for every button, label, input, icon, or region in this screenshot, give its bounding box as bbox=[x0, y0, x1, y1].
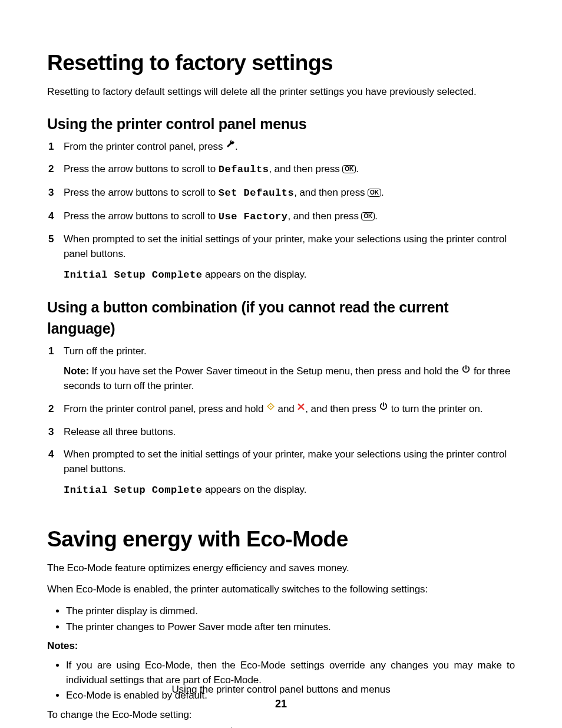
list-item: The printer display is dimmed. bbox=[66, 604, 515, 619]
menu-term: Set Defaults bbox=[219, 187, 294, 199]
step-number: 3 bbox=[48, 186, 54, 200]
ok-button-icon: OK bbox=[361, 212, 375, 220]
menu-term: Defaults bbox=[219, 164, 269, 175]
steps-button-combo: 1 Turn off the printer. Note: If you hav… bbox=[47, 344, 515, 498]
step-text: When prompted to set the initial setting… bbox=[64, 233, 507, 259]
eco-bullets: The printer display is dimmed. The print… bbox=[47, 604, 515, 634]
step-text: Press the arrow buttons to scroll to bbox=[64, 163, 219, 174]
step-number: 4 bbox=[48, 447, 54, 462]
display-message: Initial Setup Complete bbox=[64, 269, 202, 281]
step-number: 5 bbox=[48, 232, 54, 247]
footer-text: Using the printer control panel buttons … bbox=[0, 683, 562, 697]
step-number: 1 bbox=[48, 140, 54, 154]
step-number: 1 bbox=[48, 344, 54, 359]
step-text-tail: . bbox=[381, 187, 384, 198]
wrench-icon bbox=[226, 139, 235, 153]
eco-intro-2: When Eco-Mode is enabled, the printer au… bbox=[47, 582, 515, 597]
heading-resetting: Resetting to factory settings bbox=[47, 47, 515, 79]
intro-resetting: Resetting to factory default settings wi… bbox=[47, 85, 515, 100]
note-label: Note: bbox=[64, 365, 89, 377]
power-icon bbox=[461, 364, 471, 378]
step-text: Release all three buttons. bbox=[64, 426, 176, 437]
step-number: 2 bbox=[48, 402, 54, 417]
step-text-mid: , and then press bbox=[287, 210, 361, 222]
step-text-tail: . bbox=[375, 210, 378, 222]
step-text-mid: , and then press bbox=[269, 163, 342, 174]
notes-label: Notes: bbox=[47, 640, 78, 651]
display-message: Initial Setup Complete bbox=[64, 485, 202, 496]
step-text: Press the arrow buttons to scroll to bbox=[64, 210, 219, 222]
step-text-a: From the printer control panel, press an… bbox=[64, 403, 266, 414]
page-number: 21 bbox=[0, 696, 562, 711]
step-text: Turn off the printer. bbox=[64, 345, 147, 357]
steps-panel-menus: 1 From the printer control panel, press … bbox=[47, 140, 515, 283]
list-item: The printer changes to Power Saver mode … bbox=[66, 620, 515, 635]
step-text-tail: . bbox=[235, 141, 238, 152]
svg-point-1 bbox=[270, 406, 271, 407]
step-text-tail: appears on the display. bbox=[202, 484, 306, 495]
heading-eco-mode: Saving energy with Eco-Mode bbox=[47, 523, 515, 555]
subheading-button-combo: Using a button combination (if you canno… bbox=[47, 297, 515, 340]
step-number: 2 bbox=[48, 162, 54, 177]
cancel-x-icon bbox=[297, 401, 305, 416]
menu-term: Use Factory bbox=[219, 211, 288, 222]
ok-button-icon: OK bbox=[368, 189, 381, 197]
step-text-tail: . bbox=[356, 163, 359, 174]
diamond-icon bbox=[266, 401, 275, 416]
step-number: 3 bbox=[48, 425, 54, 440]
note-text-a: If you have set the Power Saver timeout … bbox=[89, 365, 461, 377]
step-text-b: and bbox=[275, 403, 297, 414]
step-text: Press the arrow buttons to scroll to bbox=[64, 187, 219, 198]
step-text-mid: , and then press bbox=[294, 187, 368, 198]
subheading-panel-menus: Using the printer control panel menus bbox=[47, 113, 515, 134]
eco-intro-1: The Eco-Mode feature optimizes energy ef… bbox=[47, 561, 515, 576]
step-text-d: to turn the printer on. bbox=[388, 403, 482, 414]
step-text-tail: appears on the display. bbox=[202, 269, 306, 280]
ok-button-icon: OK bbox=[342, 165, 356, 173]
power-icon bbox=[379, 401, 388, 416]
step-text-c: , and then press bbox=[305, 403, 379, 414]
step-text: From the printer control panel, press bbox=[64, 141, 226, 152]
step-number: 4 bbox=[48, 209, 54, 224]
step-text: When prompted to set the initial setting… bbox=[64, 449, 507, 475]
